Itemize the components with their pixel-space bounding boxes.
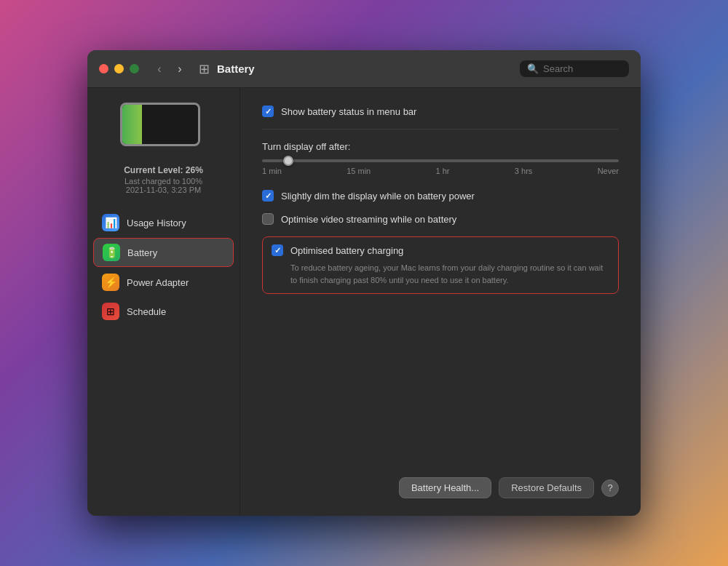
content-area: Current Level: 26% Last charged to 100% … [87,88,641,516]
dim-display-checkbox[interactable]: ✓ [262,190,274,202]
usage-history-label: Usage History [127,218,186,228]
close-button[interactable] [99,64,108,73]
battery-tip [199,117,200,132]
traffic-lights [99,64,139,73]
sidebar-item-schedule[interactable]: ⊞ Schedule [93,298,234,325]
search-input[interactable] [543,63,622,74]
show-battery-checkbox[interactable]: ✓ [262,105,274,117]
slider-label-1min: 1 min [262,167,282,175]
slider-label-15min: 15 min [347,167,371,175]
optimised-charging-row: ✓ Optimised battery charging [272,244,609,256]
battery-level: Current Level: 26% [124,165,203,175]
slider-thumb[interactable] [283,156,293,166]
maximize-button[interactable] [130,64,139,73]
restore-defaults-button[interactable]: Restore Defaults [499,477,594,498]
slider-label-1hr: 1 hr [436,167,450,175]
battery-body [120,103,200,146]
help-button[interactable]: ? [601,479,619,497]
nav-buttons: ‹ › [151,60,189,78]
dim-check-mark: ✓ [265,191,272,201]
check-mark: ✓ [265,107,272,116]
display-off-title: Turn display off after: [262,141,619,152]
sidebar: Current Level: 26% Last charged to 100% … [87,88,240,516]
bottom-bar: Battery Health... Restore Defaults ? [262,466,619,498]
display-off-slider[interactable] [262,159,619,162]
slider-label-3hrs: 3 hrs [515,167,532,175]
titlebar: ‹ › ⊞ Battery 🔍 [87,50,641,88]
battery-charge-date: 2021-11-03, 3:23 PM [126,186,201,194]
sidebar-item-battery[interactable]: 🔋 Battery [93,238,234,267]
optimised-description: To reduce battery ageing, your Mac learn… [290,262,609,286]
power-adapter-label: Power Adapter [127,277,189,288]
dim-display-row: ✓ Slightly dim the display while on batt… [262,190,619,202]
forward-button[interactable]: › [171,60,189,78]
show-battery-label: Show battery status in menu bar [281,106,416,117]
window-title: Battery [217,63,520,75]
optimise-video-row: Optimise video streaming while on batter… [262,213,619,225]
battery-icon: 🔋 [103,244,120,261]
optimise-video-checkbox[interactable] [262,213,274,225]
slider-label-never: Never [598,167,619,175]
search-bar: 🔍 [520,60,629,77]
schedule-label: Schedule [127,306,166,317]
minimize-button[interactable] [114,64,124,73]
slider-labels: 1 min 15 min 1 hr 3 hrs Never [262,167,619,175]
schedule-icon: ⊞ [102,303,119,320]
divider-1 [262,129,619,129]
grid-icon[interactable]: ⊞ [199,61,210,77]
usage-history-icon: 📊 [102,214,119,231]
battery-last-charged: Last charged to 100% [124,177,202,186]
battery-health-button[interactable]: Battery Health... [399,477,491,498]
sidebar-item-power-adapter[interactable]: ⚡ Power Adapter [93,268,234,296]
search-icon: 🔍 [527,63,539,74]
optimised-charging-label: Optimised battery charging [290,245,403,256]
display-off-section: Turn display off after: 1 min 15 min 1 h… [262,141,619,175]
battery-fill [122,105,142,144]
power-adapter-icon: ⚡ [102,274,119,291]
sidebar-nav: 📊 Usage History 🔋 Battery ⚡ Power Adapte… [87,209,240,327]
battery-label: Battery [127,247,157,258]
optimise-video-label: Optimise video streaming while on batter… [281,214,456,225]
back-button[interactable]: ‹ [151,60,168,78]
main-window: ‹ › ⊞ Battery 🔍 Current Level: 26% Last … [87,50,641,516]
show-battery-row: ✓ Show battery status in menu bar [262,105,619,117]
main-panel: ✓ Show battery status in menu bar Turn d… [240,88,641,516]
optimised-check-mark: ✓ [274,246,281,255]
dim-display-label: Slightly dim the display while on batter… [281,191,475,202]
sidebar-item-usage-history[interactable]: 📊 Usage History [93,209,234,236]
optimised-charging-section: ✓ Optimised battery charging To reduce b… [262,236,619,294]
optimised-charging-checkbox[interactable]: ✓ [272,244,283,256]
battery-visual [120,103,207,154]
